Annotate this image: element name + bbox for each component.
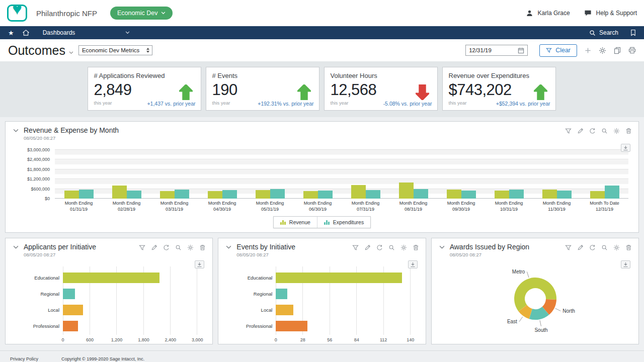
edit-icon[interactable] [151,244,157,251]
bar-revenue[interactable] [160,191,175,199]
x-axis-category-label: Month Ending06/30/19 [300,201,336,212]
zoom-icon[interactable] [388,244,395,251]
bar-row: Local [276,302,410,318]
search-button[interactable]: Search [589,29,618,36]
bar-expenditures[interactable] [175,190,189,199]
bar-revenue[interactable] [64,191,79,199]
bar-professional[interactable] [63,321,78,331]
zoom-icon[interactable] [601,244,608,251]
bar-revenue[interactable] [399,183,414,199]
kpi-events[interactable]: # Events 190 this year +192.31% vs. prio… [206,67,319,111]
collapse-chevron-icon[interactable] [439,245,445,249]
bar-revenue[interactable] [495,191,509,199]
kpi-volunteer-hours[interactable]: Volunteer Hours 12,568 this year -5.08% … [324,67,438,111]
y-axis-tick-label: $3,000,000 [13,147,50,152]
filter-icon[interactable] [565,128,572,134]
bar-revenue[interactable] [256,190,270,199]
dashboards-chevron-icon[interactable] [125,31,130,34]
add-icon[interactable] [585,47,591,54]
help-support-link[interactable]: Help & Support [596,10,637,17]
collapse-chevron-icon[interactable] [226,245,231,249]
export-chart-button[interactable] [621,144,630,152]
dashboard-view-select[interactable]: Economic Dev Metrics [78,45,152,55]
title-chevron-icon[interactable] [69,51,73,54]
user-name[interactable]: Karla Grace [538,10,570,17]
legend-item[interactable]: Revenue [274,217,317,228]
sage-intacct-logo[interactable]: ♥ [7,5,27,22]
collapse-chevron-icon[interactable] [13,245,19,249]
bar-expenditures[interactable] [222,190,237,199]
export-chart-button[interactable] [195,260,204,268]
settings-icon[interactable] [400,244,407,251]
refresh-icon[interactable] [589,128,596,134]
bar-regional[interactable] [276,289,287,299]
bar-expenditures[interactable] [366,190,380,199]
settings-icon[interactable] [599,47,606,54]
zoom-icon[interactable] [601,128,608,134]
entity-pill-button[interactable]: Economic Dev [110,7,173,20]
refresh-icon[interactable] [376,244,383,251]
delete-icon[interactable] [199,244,206,251]
bar-local[interactable] [63,305,83,315]
kpi-applications-reviewed[interactable]: # Applications Reviewed 2,849 this year … [88,67,201,111]
edit-icon[interactable] [364,244,371,251]
bookmark-icon[interactable] [630,29,636,36]
bar-professional[interactable] [276,321,307,331]
filter-icon[interactable] [565,244,572,251]
home-icon[interactable] [22,29,30,36]
privacy-policy-link[interactable]: Privacy Policy [10,356,38,361]
copy-icon[interactable] [614,47,621,54]
bar-educational[interactable] [276,273,402,283]
bar-revenue[interactable] [542,190,557,199]
clear-filters-button[interactable]: Clear [539,44,577,57]
bar-expenditures[interactable] [509,190,524,199]
delete-icon[interactable] [625,128,632,134]
delete-icon[interactable] [625,244,632,251]
bar-expenditures[interactable] [79,190,94,199]
filter-icon[interactable] [352,244,359,251]
favorites-star-icon[interactable]: ★ [8,30,14,36]
bar-expenditures[interactable] [127,191,141,199]
refresh-icon[interactable] [163,244,170,251]
x-axis-category-label: Month Ending04/30/19 [205,201,240,212]
x-axis-tick-label: 112 [380,337,387,342]
calendar-icon[interactable] [518,47,524,54]
legend-item[interactable]: Expenditures [317,217,370,228]
edit-icon[interactable] [577,244,584,251]
date-input[interactable] [469,47,518,53]
settings-icon[interactable] [613,244,620,251]
refresh-icon[interactable] [589,244,596,251]
export-chart-button[interactable] [408,260,418,268]
nav-dashboards[interactable]: Dashboards [43,29,75,36]
chat-icon[interactable] [584,10,592,17]
bar-expenditures[interactable] [461,191,476,199]
bar-expenditures[interactable] [605,186,619,199]
edit-icon[interactable] [577,128,584,134]
bar-educational[interactable] [63,273,159,283]
bar-revenue[interactable] [590,191,605,199]
bar-expenditures[interactable] [270,189,285,199]
print-icon[interactable] [628,47,636,54]
bar-expenditures[interactable] [557,191,572,199]
filter-icon[interactable] [139,244,145,251]
settings-icon[interactable] [187,244,194,251]
download-icon [623,262,628,267]
panel-toolbar [565,243,632,251]
bar-revenue[interactable] [447,190,461,199]
delete-icon[interactable] [413,244,419,251]
collapse-chevron-icon[interactable] [13,129,19,132]
kpi-revenue-over-expenditures[interactable]: Revenue over Expenditures $743,202 this … [442,67,556,111]
bar-revenue[interactable] [303,191,318,199]
export-chart-button[interactable] [621,260,630,268]
bar-revenue[interactable] [112,186,127,199]
bar-local[interactable] [276,305,293,315]
settings-icon[interactable] [613,128,620,134]
bar-expenditures[interactable] [414,189,428,199]
bar-regional[interactable] [63,289,75,299]
bar-revenue[interactable] [208,191,222,199]
report-date-field[interactable] [465,45,528,56]
zoom-icon[interactable] [175,244,182,251]
bar-revenue[interactable] [351,185,366,199]
bar-expenditures[interactable] [318,191,333,199]
panel-toolbar [352,243,419,251]
